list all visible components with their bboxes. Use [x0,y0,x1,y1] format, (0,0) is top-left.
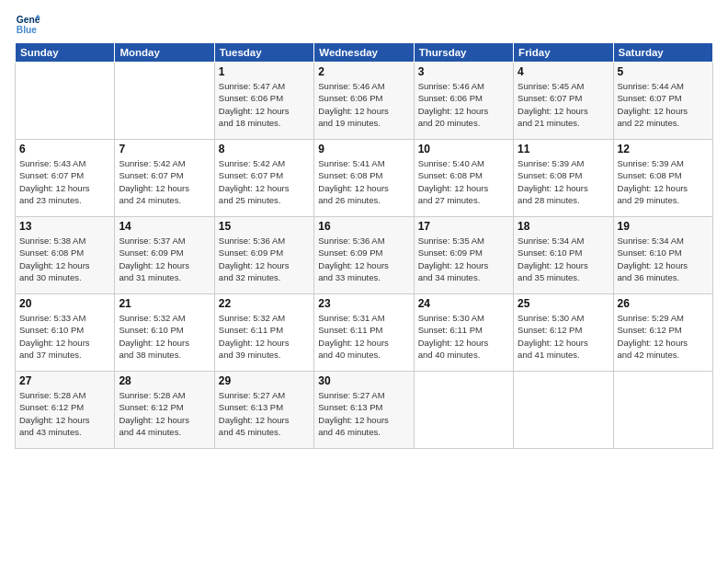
day-info: Sunrise: 5:31 AM Sunset: 6:11 PM Dayligh… [318,312,409,361]
day-info: Sunrise: 5:28 AM Sunset: 6:12 PM Dayligh… [119,389,210,438]
day-number: 29 [219,374,310,387]
weekday-header: Wednesday [314,43,414,63]
weekday-header: Saturday [613,43,712,63]
calendar-week-row: 27Sunrise: 5:28 AM Sunset: 6:12 PM Dayli… [16,372,713,449]
day-number: 5 [618,65,709,78]
day-number: 17 [418,220,509,233]
day-number: 30 [318,374,409,387]
calendar-cell: 19Sunrise: 5:34 AM Sunset: 6:10 PM Dayli… [613,217,712,294]
day-number: 8 [219,143,310,155]
day-info: Sunrise: 5:34 AM Sunset: 6:10 PM Dayligh… [518,235,609,283]
day-number: 23 [318,297,409,310]
calendar-cell: 10Sunrise: 5:40 AM Sunset: 6:08 PM Dayli… [414,140,513,217]
calendar-table: SundayMondayTuesdayWednesdayThursdayFrid… [15,42,713,449]
calendar-cell: 9Sunrise: 5:41 AM Sunset: 6:08 PM Daylig… [314,140,414,217]
calendar-cell: 22Sunrise: 5:32 AM Sunset: 6:11 PM Dayli… [214,294,313,372]
header: General Blue [15,11,713,37]
day-number: 18 [518,220,609,233]
day-number: 19 [618,220,709,233]
day-info: Sunrise: 5:29 AM Sunset: 6:12 PM Dayligh… [618,312,709,361]
day-number: 1 [219,65,310,78]
calendar-cell: 15Sunrise: 5:36 AM Sunset: 6:09 PM Dayli… [214,217,313,294]
day-number: 14 [119,220,210,233]
calendar-cell: 21Sunrise: 5:32 AM Sunset: 6:10 PM Dayli… [115,294,214,372]
weekday-header: Monday [115,43,214,63]
logo-icon: General Blue [15,11,40,37]
day-number: 11 [518,143,609,155]
day-number: 21 [119,297,210,310]
calendar-cell: 29Sunrise: 5:27 AM Sunset: 6:13 PM Dayli… [214,372,313,449]
calendar-week-row: 13Sunrise: 5:38 AM Sunset: 6:08 PM Dayli… [16,217,713,294]
svg-text:Blue: Blue [17,25,38,35]
day-number: 2 [318,65,409,78]
logo: General Blue [15,11,44,37]
calendar-cell: 24Sunrise: 5:30 AM Sunset: 6:11 PM Dayli… [414,294,513,372]
day-number: 15 [219,220,310,233]
day-number: 7 [119,143,210,155]
calendar-cell: 16Sunrise: 5:36 AM Sunset: 6:09 PM Dayli… [314,217,414,294]
calendar-cell: 28Sunrise: 5:28 AM Sunset: 6:12 PM Dayli… [115,372,214,449]
calendar-cell: 26Sunrise: 5:29 AM Sunset: 6:12 PM Dayli… [613,294,712,372]
calendar-header: SundayMondayTuesdayWednesdayThursdayFrid… [16,43,713,63]
day-info: Sunrise: 5:46 AM Sunset: 6:06 PM Dayligh… [318,80,409,129]
day-info: Sunrise: 5:43 AM Sunset: 6:07 PM Dayligh… [19,157,110,206]
weekday-header: Tuesday [214,43,313,63]
calendar-cell: 25Sunrise: 5:30 AM Sunset: 6:12 PM Dayli… [514,294,613,372]
calendar-cell: 11Sunrise: 5:39 AM Sunset: 6:08 PM Dayli… [514,140,613,217]
calendar-cell: 17Sunrise: 5:35 AM Sunset: 6:09 PM Dayli… [414,217,513,294]
weekday-header: Thursday [414,43,513,63]
day-number: 22 [219,297,310,310]
day-info: Sunrise: 5:30 AM Sunset: 6:11 PM Dayligh… [418,312,509,361]
calendar-cell: 23Sunrise: 5:31 AM Sunset: 6:11 PM Dayli… [314,294,414,372]
day-info: Sunrise: 5:36 AM Sunset: 6:09 PM Dayligh… [219,235,310,283]
calendar-week-row: 1Sunrise: 5:47 AM Sunset: 6:06 PM Daylig… [16,63,713,140]
calendar-cell: 7Sunrise: 5:42 AM Sunset: 6:07 PM Daylig… [115,140,214,217]
day-info: Sunrise: 5:40 AM Sunset: 6:08 PM Dayligh… [418,157,509,206]
day-number: 25 [518,297,609,310]
day-info: Sunrise: 5:38 AM Sunset: 6:08 PM Dayligh… [19,235,110,283]
calendar-cell: 1Sunrise: 5:47 AM Sunset: 6:06 PM Daylig… [214,63,313,140]
calendar-cell: 5Sunrise: 5:44 AM Sunset: 6:07 PM Daylig… [613,63,712,140]
day-info: Sunrise: 5:41 AM Sunset: 6:08 PM Dayligh… [318,157,409,206]
page: General Blue SundayMondayTuesdayWednesda… [0,0,728,563]
day-info: Sunrise: 5:46 AM Sunset: 6:06 PM Dayligh… [418,80,509,129]
calendar-cell [115,63,214,140]
calendar-cell: 27Sunrise: 5:28 AM Sunset: 6:12 PM Dayli… [16,372,115,449]
calendar-week-row: 20Sunrise: 5:33 AM Sunset: 6:10 PM Dayli… [16,294,713,372]
calendar-cell: 3Sunrise: 5:46 AM Sunset: 6:06 PM Daylig… [414,63,513,140]
calendar-cell: 8Sunrise: 5:42 AM Sunset: 6:07 PM Daylig… [214,140,313,217]
day-info: Sunrise: 5:32 AM Sunset: 6:11 PM Dayligh… [219,312,310,361]
calendar-cell [414,372,513,449]
day-number: 10 [418,143,509,155]
weekday-header: Friday [514,43,613,63]
day-info: Sunrise: 5:44 AM Sunset: 6:07 PM Dayligh… [618,80,709,129]
day-number: 16 [318,220,409,233]
day-info: Sunrise: 5:36 AM Sunset: 6:09 PM Dayligh… [318,235,409,283]
weekday-header: Sunday [16,43,115,63]
calendar-cell: 12Sunrise: 5:39 AM Sunset: 6:08 PM Dayli… [613,140,712,217]
calendar-cell: 20Sunrise: 5:33 AM Sunset: 6:10 PM Dayli… [16,294,115,372]
day-info: Sunrise: 5:32 AM Sunset: 6:10 PM Dayligh… [119,312,210,361]
day-info: Sunrise: 5:27 AM Sunset: 6:13 PM Dayligh… [219,389,310,438]
calendar-cell: 13Sunrise: 5:38 AM Sunset: 6:08 PM Dayli… [16,217,115,294]
day-info: Sunrise: 5:37 AM Sunset: 6:09 PM Dayligh… [119,235,210,283]
calendar-cell [514,372,613,449]
day-number: 9 [318,143,409,155]
day-info: Sunrise: 5:34 AM Sunset: 6:10 PM Dayligh… [618,235,709,283]
calendar-cell: 6Sunrise: 5:43 AM Sunset: 6:07 PM Daylig… [16,140,115,217]
day-number: 27 [19,374,110,387]
calendar-cell: 18Sunrise: 5:34 AM Sunset: 6:10 PM Dayli… [514,217,613,294]
day-number: 28 [119,374,210,387]
day-number: 3 [418,65,509,78]
day-info: Sunrise: 5:30 AM Sunset: 6:12 PM Dayligh… [518,312,609,361]
calendar-cell [16,63,115,140]
day-info: Sunrise: 5:45 AM Sunset: 6:07 PM Dayligh… [518,80,609,129]
day-info: Sunrise: 5:39 AM Sunset: 6:08 PM Dayligh… [618,157,709,206]
day-info: Sunrise: 5:47 AM Sunset: 6:06 PM Dayligh… [219,80,310,129]
day-number: 26 [618,297,709,310]
day-info: Sunrise: 5:39 AM Sunset: 6:08 PM Dayligh… [518,157,609,206]
day-number: 24 [418,297,509,310]
day-info: Sunrise: 5:27 AM Sunset: 6:13 PM Dayligh… [318,389,409,438]
day-info: Sunrise: 5:35 AM Sunset: 6:09 PM Dayligh… [418,235,509,283]
day-info: Sunrise: 5:42 AM Sunset: 6:07 PM Dayligh… [219,157,310,206]
